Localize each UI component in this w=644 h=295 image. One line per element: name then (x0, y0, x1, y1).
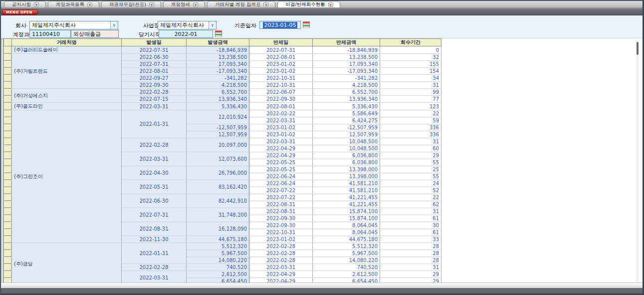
cell-repay_date[interactable]: 2022-08-01 (249, 54, 313, 61)
cell-repay_amount[interactable]: 6,036,800 (313, 159, 380, 166)
cell-repay_date[interactable]: 2022-09-30 (249, 215, 313, 222)
row-selector[interactable] (4, 96, 12, 103)
row-selector[interactable] (4, 229, 12, 236)
cell-collect_days[interactable]: 154 (380, 68, 441, 75)
row-selector[interactable] (4, 110, 12, 117)
cell-collect_days[interactable]: 31 (380, 208, 441, 215)
company-select[interactable]: 제일제지주식회사 ∨ (29, 21, 118, 29)
cell-collect_days[interactable]: 31 (380, 138, 441, 145)
cell-issue_date[interactable]: 2022-07-31 (122, 61, 187, 68)
tab-1[interactable]: 공지사항× (4, 1, 46, 7)
cell-repay_amount[interactable]: -341,282 (313, 75, 380, 82)
cell-repay_date[interactable]: 2023-01-02 (249, 236, 313, 243)
cell-issue_amount[interactable]: 13,238,500 (187, 54, 249, 61)
cell-repay_amount[interactable]: 15,874,100 (313, 215, 380, 222)
cell-issue_date[interactable]: 2022-01-31 (122, 110, 187, 138)
cell-issue_date[interactable]: 2022-05-31 (122, 180, 187, 194)
tab-6[interactable]: 미결/반제회수현황× (277, 1, 340, 7)
row-selector[interactable] (4, 68, 12, 75)
cell-repay_amount[interactable]: 5,512,320 (313, 243, 380, 250)
cell-repay_amount[interactable]: -18,846,939 (313, 46, 380, 54)
row-selector[interactable] (4, 257, 12, 264)
cell-issue_amount[interactable]: 17,093,340 (187, 61, 249, 68)
row-selector[interactable] (4, 215, 12, 222)
tab-5[interactable]: 거래처별 계정 집계표× (207, 1, 276, 7)
cell-repay_amount[interactable]: 6,552,700 (313, 89, 380, 96)
cell-issue_date[interactable]: 2022-09-27 (122, 75, 187, 82)
cell-issue_date[interactable]: 2022-02-28 (122, 138, 187, 152)
cell-issue_amount[interactable]: -12,507,959 (187, 124, 249, 131)
cell-collect_days[interactable]: 61 (380, 215, 441, 222)
cell-repay_amount[interactable]: 10,048,500 (313, 138, 380, 145)
cell-collect_days[interactable]: 29 (380, 271, 441, 278)
cell-collect_days[interactable]: 28 (380, 250, 441, 257)
row-selector[interactable] (4, 89, 12, 96)
cell-customer[interactable]: (주)거성에스지 (12, 89, 122, 103)
row-selector[interactable] (4, 103, 12, 110)
cell-issue_amount[interactable]: 12,010,924 (187, 110, 249, 124)
cell-repay_date[interactable]: 2022-06-24 (249, 173, 313, 180)
cell-issue_date[interactable]: 2022-07-31 (122, 208, 187, 222)
cell-repay_amount[interactable]: 5,967,500 (313, 250, 380, 257)
account-name-field[interactable]: 외상매출금 (71, 30, 119, 38)
cell-collect_days[interactable]: 123 (380, 103, 441, 110)
row-selector[interactable] (4, 173, 12, 180)
cell-repay_amount[interactable]: 6,036,800 (313, 152, 380, 159)
cell-issue_amount[interactable]: 5,336,430 (187, 103, 249, 110)
row-selector[interactable] (4, 264, 12, 271)
cell-customer[interactable]: (주)거림트렌드 (12, 54, 122, 89)
cell-issue_amount[interactable]: 13,936,340 (187, 96, 249, 103)
cell-issue_amount[interactable]: -18,846,939 (187, 46, 249, 54)
cell-repay_date[interactable]: 2022-10-31 (249, 82, 313, 89)
row-selector[interactable] (4, 236, 12, 243)
row-selector[interactable] (4, 243, 12, 250)
row-selector[interactable] (4, 61, 12, 68)
cell-repay_amount[interactable]: 13,238,500 (313, 54, 380, 61)
cell-issue_amount[interactable]: -17,093,340 (187, 68, 249, 75)
cell-customer[interactable]: (주)골드라인 (12, 103, 122, 110)
cell-collect_days[interactable]: 24 (380, 180, 441, 187)
cell-issue_amount[interactable]: 20,097,000 (187, 138, 249, 152)
row-selector[interactable] (4, 131, 12, 138)
cell-issue_date[interactable]: 2022-02-28 (122, 89, 187, 96)
account-code-input[interactable]: 11100410 (29, 30, 71, 38)
cell-repay_date[interactable]: 2022-06-24 (249, 180, 313, 187)
cell-issue_date[interactable]: 2022-04-30 (122, 166, 187, 180)
cell-collect_days[interactable]: 25 (380, 166, 441, 173)
cell-repay_amount[interactable]: 5,336,430 (313, 103, 380, 110)
tab-3[interactable]: 채권채무장(전표)× (101, 1, 161, 7)
cell-repay_date[interactable]: 2022-04-29 (249, 152, 313, 159)
cell-repay_date[interactable]: 2022-07-22 (249, 194, 313, 201)
tab-2[interactable]: 계정과목등록× (48, 1, 99, 7)
cell-issue_date[interactable]: 2022-06-30 (122, 54, 187, 61)
cell-repay_amount[interactable]: -17,093,340 (313, 68, 380, 75)
chevron-down-icon[interactable]: ∨ (209, 21, 216, 29)
cell-issue_date[interactable]: 2022-06-30 (122, 194, 187, 208)
cell-issue_amount[interactable]: 5,967,500 (187, 250, 249, 257)
row-selector[interactable] (4, 82, 12, 89)
cell-issue_date[interactable]: 2022-03-31 (122, 152, 187, 166)
tab-close-icon[interactable]: × (193, 2, 198, 7)
cell-issue_amount[interactable]: 6,552,700 (187, 89, 249, 96)
cell-issue_amount[interactable]: 26,796,000 (187, 166, 249, 180)
row-selector[interactable] (4, 194, 12, 201)
row-selector[interactable] (4, 46, 12, 54)
cell-repay_amount[interactable]: 10,048,500 (313, 145, 380, 152)
cell-repay_amount[interactable]: 13,936,340 (313, 96, 380, 103)
cell-repay_date[interactable]: 2022-02-28 (249, 257, 313, 264)
cell-repay_date[interactable]: 2022-10-31 (249, 75, 313, 82)
cell-repay_amount[interactable]: 13,398,000 (313, 173, 380, 180)
cell-repay_date[interactable]: 2022-05-25 (249, 159, 313, 166)
cell-collect_days[interactable]: 22 (380, 194, 441, 201)
cell-issue_amount[interactable]: 12,073,600 (187, 152, 249, 166)
cell-issue_amount[interactable]: 31,748,200 (187, 208, 249, 222)
cell-repay_amount[interactable]: 44,675,180 (313, 236, 380, 243)
row-selector[interactable] (4, 159, 12, 166)
row-selector[interactable] (4, 180, 12, 187)
period-start-calendar-icon[interactable] (215, 30, 222, 37)
cell-repay_date[interactable]: 2022-02-22 (249, 110, 313, 117)
cell-repay_date[interactable]: 2022-04-29 (249, 145, 313, 152)
cell-issue_date[interactable]: 2022-09-30 (122, 82, 187, 89)
cell-repay_amount[interactable]: -12,507,959 (313, 124, 380, 131)
cell-collect_days[interactable]: 61 (380, 229, 441, 236)
